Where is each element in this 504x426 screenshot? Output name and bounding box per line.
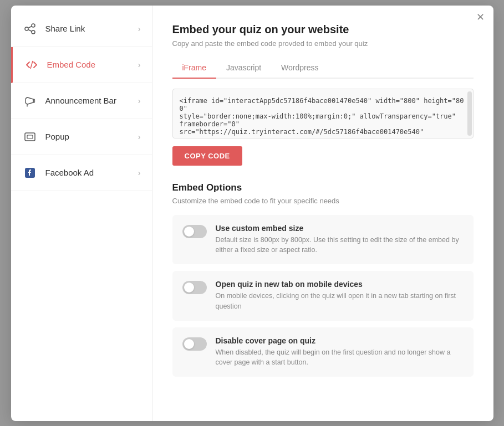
main-content: Embed your quiz on your website Copy and…	[152, 6, 493, 421]
option-new-tab-desc: On mobile devices, clicking on the quiz …	[216, 291, 464, 312]
option-custom-size: Use custom embed size Default size is 80…	[172, 215, 474, 265]
embed-options-title: Embed Options	[172, 182, 474, 193]
option-disable-cover-text: Disable cover page on quiz When disabled…	[216, 336, 464, 368]
chevron-icon-embed-code: ›	[138, 60, 141, 69]
option-custom-size-text: Use custom embed size Default size is 80…	[216, 224, 464, 256]
page-title: Embed your quiz on your website	[172, 23, 474, 36]
sidebar-label-popup: Popup	[45, 132, 138, 141]
embed-code-icon	[24, 57, 39, 73]
share-link-icon	[22, 21, 38, 37]
svg-line-4	[28, 29, 32, 31]
svg-point-2	[32, 30, 35, 34]
svg-point-1	[25, 27, 28, 30]
code-box: <iframe id="interactApp5dc57186f4bace001…	[172, 89, 474, 138]
code-content: <iframe id="interactApp5dc57186f4bace001…	[180, 97, 466, 136]
sidebar-item-embed-code[interactable]: Embed Code ›	[11, 47, 152, 83]
chevron-icon-share-link: ›	[138, 24, 141, 33]
svg-rect-9	[27, 135, 33, 138]
sidebar-label-share-link: Share Link	[45, 24, 138, 33]
tab-bar: iFrame Javascript Wordpress	[172, 59, 474, 79]
toggle-disable-cover[interactable]	[182, 337, 207, 351]
page-subtitle: Copy and paste the embed code provded to…	[172, 39, 474, 48]
tab-wordpress[interactable]: Wordpress	[271, 59, 328, 79]
sidebar-item-facebook-ad[interactable]: Facebook Ad ›	[11, 155, 152, 191]
svg-line-3	[28, 26, 32, 28]
modal: ✕ Share Link ›	[11, 6, 493, 421]
sidebar-item-announcement-bar[interactable]: Announcement Bar ›	[11, 83, 152, 119]
option-new-tab: Open quiz in new tab on mobile devices O…	[172, 271, 474, 321]
sidebar: Share Link › Embed Code ›	[11, 6, 152, 421]
facebook-icon	[22, 165, 38, 181]
sidebar-label-announcement-bar: Announcement Bar	[45, 96, 138, 105]
option-custom-size-title: Use custom embed size	[216, 224, 464, 233]
copy-code-button[interactable]: COPY CODE	[172, 146, 242, 166]
tab-iframe[interactable]: iFrame	[172, 59, 217, 79]
option-custom-size-desc: Default size is 800px by 800px. Use this…	[216, 235, 464, 256]
toggle-custom-size[interactable]	[182, 225, 207, 238]
sidebar-label-facebook-ad: Facebook Ad	[45, 168, 138, 177]
embed-options-section: Embed Options Customize the embed code t…	[172, 182, 474, 377]
tab-javascript[interactable]: Javascript	[216, 59, 271, 79]
scrollbar[interactable]	[467, 91, 472, 136]
option-disable-cover: Disable cover page on quiz When disabled…	[172, 327, 474, 377]
chevron-icon-announcement-bar: ›	[138, 96, 141, 105]
option-disable-cover-title: Disable cover page on quiz	[216, 336, 464, 345]
sidebar-label-embed-code: Embed Code	[47, 60, 138, 69]
option-new-tab-text: Open quiz in new tab on mobile devices O…	[216, 280, 464, 312]
svg-line-5	[30, 61, 33, 69]
chevron-icon-facebook-ad: ›	[138, 168, 141, 177]
svg-point-0	[32, 24, 35, 27]
svg-rect-6	[33, 99, 35, 102]
option-disable-cover-desc: When disabled, the quiz will begin on th…	[216, 347, 464, 368]
embed-options-subtitle: Customize the embed code to fit your spe…	[172, 197, 474, 205]
sidebar-item-popup[interactable]: Popup ›	[11, 119, 152, 155]
chevron-icon-popup: ›	[138, 132, 141, 141]
svg-rect-8	[25, 133, 35, 141]
option-new-tab-title: Open quiz in new tab on mobile devices	[216, 280, 464, 289]
popup-icon	[22, 129, 38, 145]
announcement-bar-icon	[22, 93, 38, 109]
sidebar-item-share-link[interactable]: Share Link ›	[11, 11, 152, 47]
close-button[interactable]: ✕	[476, 12, 485, 22]
toggle-new-tab[interactable]	[182, 281, 207, 294]
